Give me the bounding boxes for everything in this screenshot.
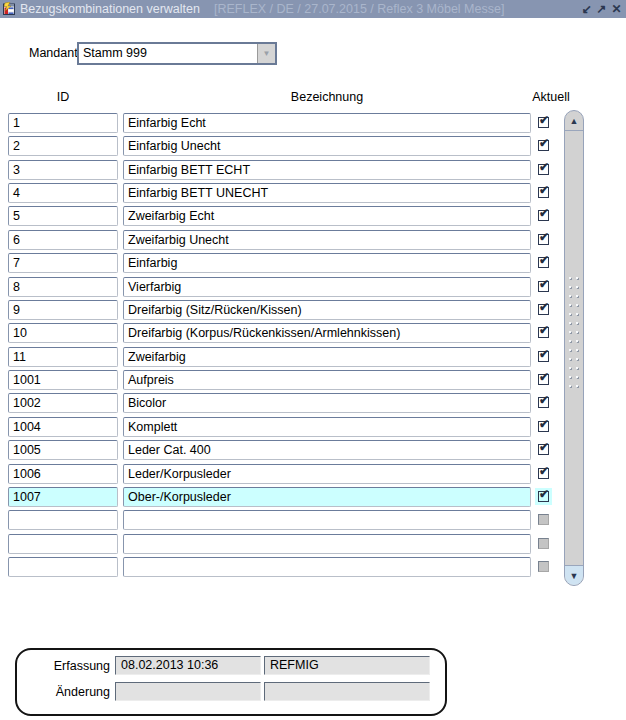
id-field[interactable]: 1001 bbox=[8, 370, 118, 390]
table-row: 8 Vierfarbig ✔ bbox=[0, 277, 626, 297]
table-row: 2 Einfarbig Unecht ✔ bbox=[0, 136, 626, 156]
check-icon: ✔ bbox=[539, 370, 549, 384]
bezeichnung-field[interactable]: Einfarbig BETT ECHT bbox=[123, 160, 531, 180]
mandant-value: Stamm 999 bbox=[79, 44, 257, 63]
close-button[interactable]: ✕ bbox=[609, 1, 624, 17]
scroll-up-button[interactable]: ▲ bbox=[565, 111, 583, 131]
check-icon: ✔ bbox=[539, 417, 549, 431]
table-row: 10 Dreifarbig (Korpus/Rückenkissen/Armle… bbox=[0, 323, 626, 343]
bezeichnung-field[interactable] bbox=[123, 534, 531, 554]
check-icon: ✔ bbox=[539, 323, 549, 337]
id-field[interactable]: 11 bbox=[8, 347, 118, 367]
bezeichnung-field[interactable]: Einfarbig bbox=[123, 253, 531, 273]
id-field[interactable]: 1004 bbox=[8, 417, 118, 437]
aktuell-checkbox[interactable]: ✔ bbox=[538, 304, 549, 315]
bezeichnung-field[interactable]: Komplett bbox=[123, 417, 531, 437]
aenderung-label: Änderung bbox=[30, 685, 110, 699]
bezeichnung-field[interactable]: Einfarbig BETT UNECHT bbox=[123, 183, 531, 203]
id-field[interactable]: 1002 bbox=[8, 393, 118, 413]
id-field[interactable] bbox=[8, 557, 118, 577]
table-row: 1 Einfarbig Echt ✔ bbox=[0, 113, 626, 133]
bezeichnung-field[interactable]: Dreifarbig (Korpus/Rückenkissen/Armlehnk… bbox=[123, 323, 531, 343]
id-field[interactable]: 7 bbox=[8, 253, 118, 273]
table-row: 7 Einfarbig ✔ bbox=[0, 253, 626, 273]
bezeichnung-field[interactable] bbox=[123, 557, 531, 577]
id-field[interactable] bbox=[8, 534, 118, 554]
table-row bbox=[0, 534, 626, 554]
application-window: Bezugskombinationen verwalten [REFLEX / … bbox=[0, 0, 626, 720]
bezeichnung-field[interactable]: Zweifarbig Echt bbox=[123, 206, 531, 226]
table-row: 6 Zweifarbig Unecht ✔ bbox=[0, 230, 626, 250]
check-icon: ✔ bbox=[539, 113, 549, 127]
table-row: 1004 Komplett ✔ bbox=[0, 417, 626, 437]
table-row: 1001 Aufpreis ✔ bbox=[0, 370, 626, 390]
bezeichnung-field[interactable]: Dreifarbig (Sitz/Rücken/Kissen) bbox=[123, 300, 531, 320]
id-field[interactable]: 8 bbox=[8, 277, 118, 297]
id-field[interactable]: 1006 bbox=[8, 464, 118, 484]
bezeichnung-field[interactable]: Leder Cat. 400 bbox=[123, 440, 531, 460]
id-field[interactable]: 10 bbox=[8, 323, 118, 343]
bezeichnung-field[interactable]: Zweifarbig bbox=[123, 347, 531, 367]
id-field[interactable]: 3 bbox=[8, 160, 118, 180]
aktuell-checkbox[interactable]: ✔ bbox=[538, 257, 549, 268]
aktuell-checkbox[interactable]: ✔ bbox=[538, 281, 549, 292]
bezeichnung-field[interactable]: Einfarbig Unecht bbox=[123, 136, 531, 156]
aktuell-checkbox[interactable]: ✔ bbox=[538, 117, 549, 128]
table-row: 1005 Leder Cat. 400 ✔ bbox=[0, 440, 626, 460]
table-row: 11 Zweifarbig ✔ bbox=[0, 347, 626, 367]
table-scrollbar[interactable]: ▲ ▼ bbox=[564, 110, 584, 586]
bezeichnung-field[interactable]: Ober-/Korpusleder bbox=[123, 487, 531, 507]
id-field[interactable]: 6 bbox=[8, 230, 118, 250]
check-icon: ✔ bbox=[539, 183, 549, 197]
table-row: 5 Zweifarbig Echt ✔ bbox=[0, 206, 626, 226]
id-field[interactable]: 2 bbox=[8, 136, 118, 156]
check-icon: ✔ bbox=[539, 300, 549, 314]
bezeichnung-field[interactable]: Leder/Korpusleder bbox=[123, 464, 531, 484]
window-title: Bezugskombinationen verwalten bbox=[20, 2, 200, 16]
id-field[interactable]: 4 bbox=[8, 183, 118, 203]
restore-down-button[interactable]: ↙ bbox=[579, 1, 594, 17]
aktuell-checkbox[interactable]: ✔ bbox=[538, 351, 549, 362]
aktuell-checkbox[interactable] bbox=[538, 538, 549, 549]
mandant-combobox[interactable]: Stamm 999 ▼ bbox=[77, 42, 277, 65]
bezeichnung-field[interactable]: Aufpreis bbox=[123, 370, 531, 390]
aktuell-checkbox[interactable]: ✔ bbox=[538, 140, 549, 151]
check-icon: ✔ bbox=[539, 206, 549, 220]
aktuell-checkbox[interactable]: ✔ bbox=[538, 374, 549, 385]
aktuell-checkbox[interactable] bbox=[538, 561, 549, 572]
id-field[interactable]: 5 bbox=[8, 206, 118, 226]
combobox-dropdown-button[interactable]: ▼ bbox=[257, 44, 275, 63]
aktuell-checkbox[interactable]: ✔ bbox=[538, 327, 549, 338]
id-field[interactable]: 9 bbox=[8, 300, 118, 320]
title-bar: Bezugskombinationen verwalten [REFLEX / … bbox=[0, 0, 626, 18]
column-header-aktuell: Aktuell bbox=[528, 90, 574, 104]
bezeichnung-field[interactable]: Einfarbig Echt bbox=[123, 113, 531, 133]
close-icon: ✕ bbox=[611, 3, 621, 15]
aktuell-checkbox[interactable]: ✔ bbox=[538, 468, 549, 479]
id-field[interactable]: 1007 bbox=[8, 487, 118, 507]
aktuell-checkbox[interactable]: ✔ bbox=[538, 444, 549, 455]
scrollbar-thumb[interactable] bbox=[568, 276, 580, 391]
bezeichnung-field[interactable] bbox=[123, 510, 531, 530]
maximize-button[interactable]: ↗ bbox=[594, 1, 609, 17]
aktuell-checkbox[interactable]: ✔ bbox=[538, 187, 549, 198]
aktuell-checkbox[interactable]: ✔ bbox=[538, 234, 549, 245]
window-title-context: [REFLEX / DE / 27.07.2015 / Reflex 3 Möb… bbox=[214, 2, 504, 16]
restore-down-icon: ↙ bbox=[581, 3, 591, 15]
scroll-down-button[interactable]: ▼ bbox=[565, 565, 583, 585]
check-icon: ✔ bbox=[539, 160, 549, 174]
aktuell-checkbox[interactable]: ✔ bbox=[538, 164, 549, 175]
id-field[interactable]: 1 bbox=[8, 113, 118, 133]
table-row: 9 Dreifarbig (Sitz/Rücken/Kissen) ✔ bbox=[0, 300, 626, 320]
bezeichnung-field[interactable]: Bicolor bbox=[123, 393, 531, 413]
check-icon: ✔ bbox=[539, 393, 549, 407]
bezeichnung-field[interactable]: Vierfarbig bbox=[123, 277, 531, 297]
aktuell-checkbox[interactable]: ✔ bbox=[538, 421, 549, 432]
bezeichnung-field[interactable]: Zweifarbig Unecht bbox=[123, 230, 531, 250]
aktuell-checkbox[interactable] bbox=[538, 514, 549, 525]
id-field[interactable] bbox=[8, 510, 118, 530]
aktuell-checkbox[interactable]: ✔ bbox=[538, 397, 549, 408]
aktuell-checkbox[interactable]: ✔ bbox=[538, 210, 549, 221]
aktuell-checkbox[interactable]: ✔ bbox=[538, 491, 549, 502]
id-field[interactable]: 1005 bbox=[8, 440, 118, 460]
